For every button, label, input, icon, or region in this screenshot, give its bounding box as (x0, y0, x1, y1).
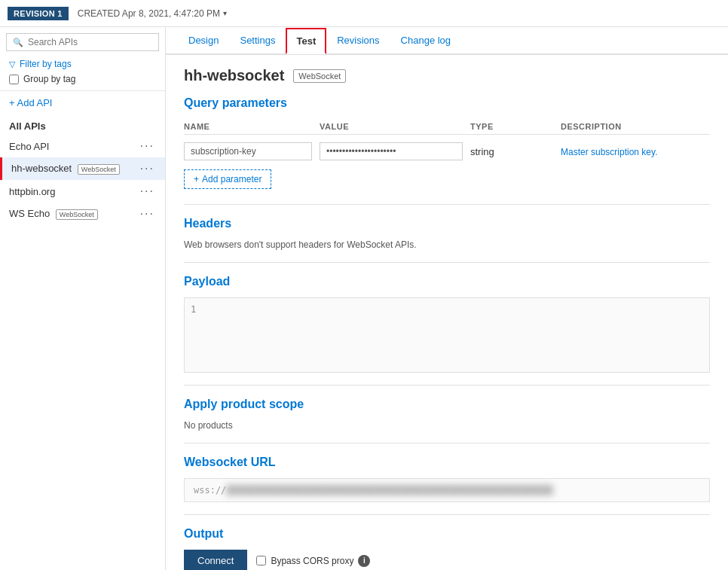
tab-settings[interactable]: Settings (229, 27, 286, 55)
col-name: NAME (184, 122, 320, 131)
websocket-url-section: Websocket URL wss://████████████████████… (184, 456, 710, 502)
api-name-httpbin: httpbin.org (9, 186, 139, 197)
payload-line-number: 1 (191, 304, 196, 315)
bypass-label: Bypass CORS proxy i (256, 555, 370, 567)
output-section: Output Connect Bypass CORS proxy i (184, 527, 710, 570)
tab-revisions[interactable]: Revisions (326, 27, 390, 55)
add-api-label: + Add API (9, 97, 52, 108)
filter-icon: ▽ (9, 59, 15, 69)
content-body: hh-websocket WebSocket Query parameters … (166, 55, 728, 570)
group-by-tag-checkbox[interactable] (9, 75, 19, 84)
api-more-icon-echo[interactable]: ··· (139, 139, 156, 153)
tab-design[interactable]: Design (178, 27, 229, 55)
headers-info: Web browsers don't support headers for W… (184, 239, 710, 250)
api-type-badge: WebSocket (293, 69, 346, 83)
divider-4 (184, 443, 710, 444)
url-box: wss://██████████████████████████████████… (184, 478, 710, 502)
product-scope-title: Apply product scope (184, 398, 710, 411)
websocket-url-title: Websocket URL (184, 456, 710, 469)
top-bar: REVISION 1 CREATED Apr 8, 2021, 4:47:20 … (0, 0, 728, 27)
param-desc-cell: Master subscription key. (561, 146, 710, 157)
payload-title: Payload (184, 275, 710, 288)
tab-test[interactable]: Test (286, 28, 326, 54)
search-input[interactable] (28, 37, 152, 47)
add-param-label: Add parameter (202, 174, 262, 184)
add-parameter-button[interactable]: + Add parameter (184, 169, 271, 189)
divider-1 (184, 204, 710, 205)
content-area: Design Settings Test Revisions Change lo… (166, 27, 728, 570)
table-row: string Master subscription key. (184, 139, 710, 163)
revision-badge: REVISION 1 (8, 7, 69, 20)
filter-by-tags[interactable]: ▽ Filter by tags (0, 57, 165, 72)
bypass-cors-checkbox[interactable] (256, 556, 266, 565)
connect-button[interactable]: Connect (184, 550, 247, 570)
param-value-input[interactable] (320, 142, 463, 160)
created-info[interactable]: CREATED Apr 8, 2021, 4:47:20 PM ▾ (78, 8, 227, 19)
bypass-text: Bypass CORS proxy (271, 556, 353, 566)
headers-title: Headers (184, 217, 710, 230)
sidebar-item-ws-echo[interactable]: WS Echo WebSocket ··· (0, 203, 165, 225)
api-more-icon-wsecho[interactable]: ··· (139, 207, 156, 221)
param-description: Master subscription key. (561, 147, 658, 157)
divider-5 (184, 514, 710, 515)
tab-changelog[interactable]: Change log (390, 27, 462, 55)
col-description: DESCRIPTION (561, 122, 710, 131)
search-box-container: 🔍 (6, 33, 159, 51)
param-name-cell (184, 142, 320, 160)
param-type: string (470, 146, 494, 157)
payload-section: Payload 1 (184, 275, 710, 373)
api-name-hh-websocket: hh-websocket WebSocket (11, 163, 139, 175)
divider-2 (184, 262, 710, 263)
sidebar-item-echo-api[interactable]: Echo API ··· (0, 135, 165, 157)
api-name-ws-echo: WS Echo WebSocket (9, 208, 139, 220)
sidebar-item-httpbin[interactable]: httpbin.org ··· (0, 180, 165, 203)
connect-label: Connect (197, 555, 234, 566)
table-header: NAME VALUE TYPE DESCRIPTION (184, 119, 710, 135)
api-more-icon-httpbin[interactable]: ··· (139, 184, 156, 198)
param-value-cell (320, 142, 470, 160)
group-by-tag-row: Group by tag (0, 72, 165, 90)
search-icon: 🔍 (13, 38, 23, 47)
sidebar-item-hh-websocket[interactable]: hh-websocket WebSocket ··· (0, 157, 165, 180)
filter-label: Filter by tags (20, 59, 72, 69)
headers-section: Headers Web browsers don't support heade… (184, 217, 710, 250)
url-blurred: ████████████████████████████████████████… (226, 485, 552, 495)
col-value: VALUE (320, 122, 470, 131)
api-more-icon-hh[interactable]: ··· (139, 162, 156, 175)
product-scope-section: Apply product scope No products (184, 398, 710, 431)
output-title: Output (184, 527, 710, 541)
param-type-cell: string (470, 146, 561, 157)
chevron-down-icon: ▾ (223, 9, 227, 17)
group-label: Group by tag (23, 74, 75, 84)
param-name-input[interactable] (184, 142, 312, 160)
no-products-text: No products (184, 420, 710, 431)
api-name-echo: Echo API (9, 141, 139, 152)
created-label: CREATED Apr 8, 2021, 4:47:20 PM (78, 8, 220, 19)
ws-badge-hh: WebSocket (78, 164, 120, 175)
plus-icon: + (194, 174, 199, 184)
api-title: hh-websocket (184, 67, 284, 84)
sidebar: 🔍 ▽ Filter by tags Group by tag + Add AP… (0, 27, 166, 570)
tabs-bar: Design Settings Test Revisions Change lo… (166, 27, 728, 55)
info-icon[interactable]: i (358, 555, 370, 567)
col-type: TYPE (470, 122, 561, 131)
add-api-button[interactable]: + Add API (0, 90, 165, 114)
api-title-row: hh-websocket WebSocket (184, 67, 710, 84)
main-layout: 🔍 ▽ Filter by tags Group by tag + Add AP… (0, 27, 728, 570)
payload-editor[interactable]: 1 (184, 297, 710, 373)
ws-badge-wsecho: WebSocket (56, 209, 98, 220)
query-params-section: Query parameters NAME VALUE TYPE DESCRIP… (184, 96, 710, 189)
url-prefix: wss:// (194, 485, 226, 495)
connect-bar: Connect Bypass CORS proxy i (184, 550, 710, 570)
query-params-title: Query parameters (184, 96, 710, 110)
divider-3 (184, 385, 710, 386)
all-apis-header: All APIs (0, 114, 165, 135)
